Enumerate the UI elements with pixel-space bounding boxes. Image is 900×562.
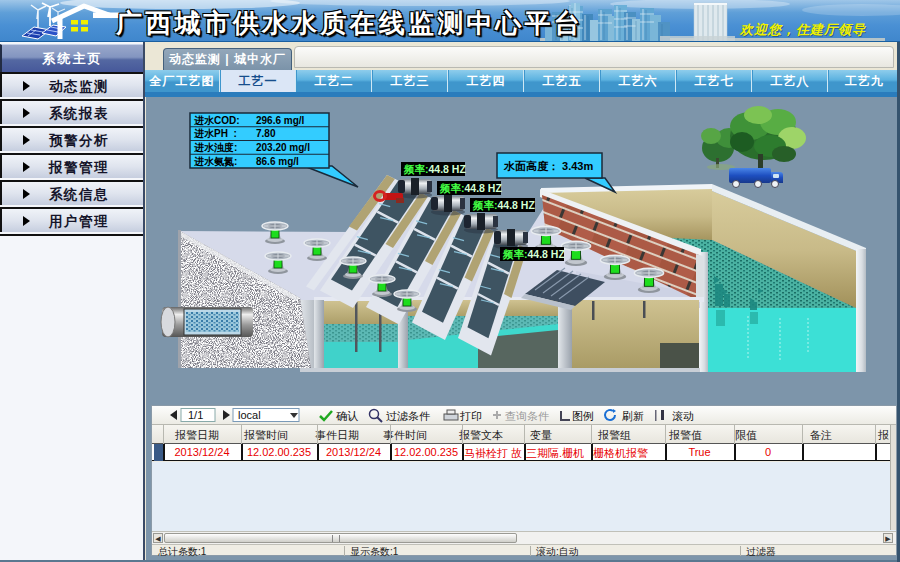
svg-text:86.6 mg/l: 86.6 mg/l xyxy=(256,156,299,167)
svg-text:水面高度： 3.43m: 水面高度： 3.43m xyxy=(503,160,593,172)
svg-text:进水COD:: 进水COD: xyxy=(193,115,240,126)
svg-text:频率:44.8 HZ: 频率:44.8 HZ xyxy=(403,163,466,175)
svg-text:频率:44.8 HZ: 频率:44.8 HZ xyxy=(439,182,502,194)
svg-text:进水PH :: 进水PH : xyxy=(193,128,237,139)
svg-text:203.20 mg/l: 203.20 mg/l xyxy=(256,142,310,153)
svg-text:进水氨氮:: 进水氨氮: xyxy=(193,156,237,167)
svg-text:频率:44.8 HZ: 频率:44.8 HZ xyxy=(472,199,535,211)
svg-text:频率:44.8 HZ: 频率:44.8 HZ xyxy=(502,248,565,260)
svg-text:7.80: 7.80 xyxy=(256,128,276,139)
svg-text:296.6 mg/l: 296.6 mg/l xyxy=(256,115,305,126)
svg-text:进水浊度:: 进水浊度: xyxy=(193,142,237,153)
